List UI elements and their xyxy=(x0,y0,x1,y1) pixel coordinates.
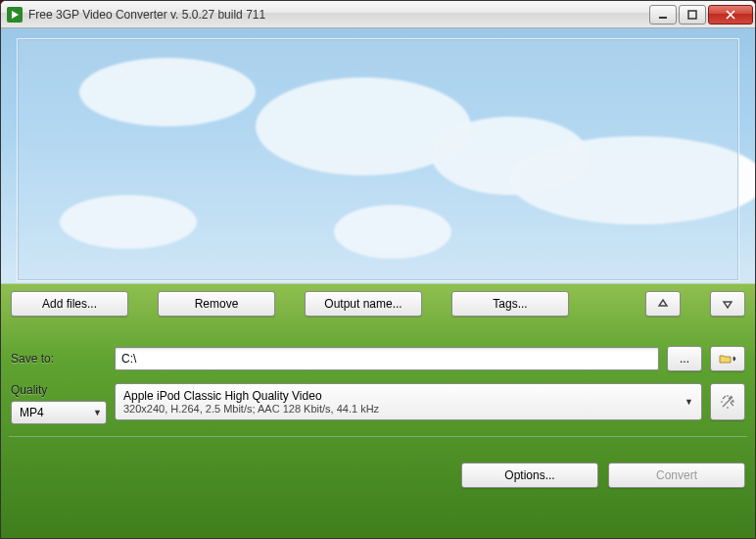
svg-marker-0 xyxy=(12,11,19,19)
svg-marker-6 xyxy=(724,302,732,308)
maximize-button[interactable] xyxy=(679,5,706,24)
options-button[interactable]: Options... xyxy=(461,463,598,488)
browse-button[interactable]: ... xyxy=(667,346,702,371)
chevron-down-icon: ▼ xyxy=(93,408,102,417)
add-files-button[interactable]: Add files... xyxy=(11,291,128,317)
app-window: Free 3GP Video Converter v. 5.0.27 build… xyxy=(0,0,756,539)
move-down-button[interactable] xyxy=(710,291,745,317)
format-select-value: MP4 xyxy=(20,406,44,419)
minimize-button[interactable] xyxy=(649,5,677,24)
svg-marker-5 xyxy=(659,300,667,306)
svg-rect-2 xyxy=(688,11,696,19)
quality-label: Quality xyxy=(11,383,107,397)
app-icon xyxy=(7,7,23,23)
open-folder-button[interactable] xyxy=(710,346,745,371)
content-area: Add files... Remove Output name... Tags.… xyxy=(1,28,755,538)
save-to-label: Save to: xyxy=(11,352,107,366)
window-title: Free 3GP Video Converter v. 5.0.27 build… xyxy=(28,8,647,22)
svg-rect-1 xyxy=(659,17,667,19)
save-path-input[interactable] xyxy=(115,347,659,370)
format-select[interactable]: MP4 ▼ xyxy=(11,401,107,424)
quality-preset-select[interactable]: Apple iPod Classic High Quality Video 32… xyxy=(115,383,702,420)
close-button[interactable] xyxy=(708,5,753,24)
edit-preset-button[interactable] xyxy=(710,383,745,420)
chevron-down-icon: ▼ xyxy=(685,397,693,407)
titlebar[interactable]: Free 3GP Video Converter v. 5.0.27 build… xyxy=(1,1,755,28)
move-up-button[interactable] xyxy=(645,291,681,317)
convert-button[interactable]: Convert xyxy=(608,463,745,488)
preset-detail: 320x240, H.264, 2.5 Mbit/s; AAC 128 Kbit… xyxy=(123,403,680,415)
file-list-area[interactable] xyxy=(17,38,739,281)
tags-button[interactable]: Tags... xyxy=(451,291,569,317)
preset-name: Apple iPod Classic High Quality Video xyxy=(123,389,680,403)
output-name-button[interactable]: Output name... xyxy=(305,291,422,317)
remove-button[interactable]: Remove xyxy=(158,291,275,317)
